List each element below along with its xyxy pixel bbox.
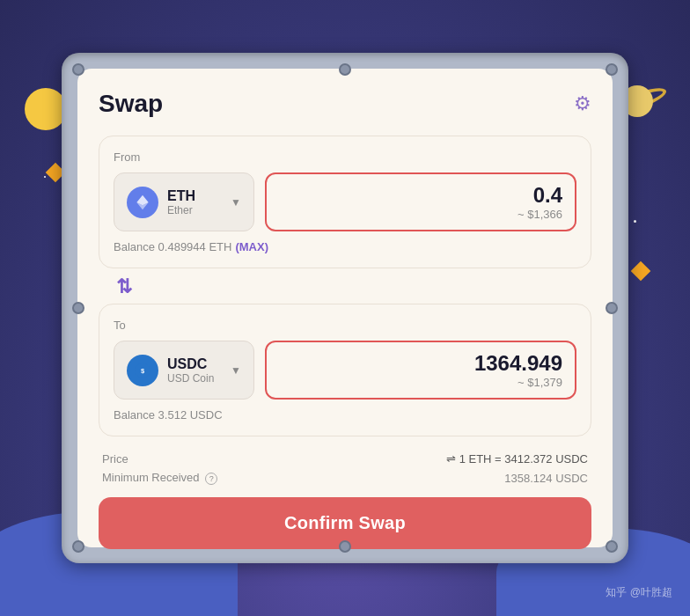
from-amount-value: 0.4 <box>533 183 562 208</box>
min-received-row: Minimum Received ? 1358.124 USDC <box>99 469 591 487</box>
from-label: From <box>114 150 576 164</box>
usdc-icon: $ <box>127 355 158 386</box>
from-balance-text: Balance 0.489944 ETH <box>114 240 231 253</box>
to-amount-box[interactable]: 1364.949 ~ $1,379 <box>265 341 576 400</box>
to-chevron-icon: ▼ <box>231 364 241 377</box>
card-header: Swap ⚙ <box>99 90 591 118</box>
bolt-middle-right <box>606 302 618 314</box>
swap-card: Swap ⚙ From ETH Ether <box>77 69 613 547</box>
eth-icon <box>127 187 158 218</box>
bolt-top-right <box>606 63 618 76</box>
price-info-row: Price ⇌ 1 ETH = 3412.372 USDC <box>99 444 591 469</box>
to-balance-text: Balance 3.512 USDC <box>114 408 223 422</box>
from-token-name: Ether <box>167 204 222 216</box>
from-chevron-icon: ▼ <box>231 196 241 209</box>
from-section: From ETH Ether ▼ 0.4 <box>99 136 591 268</box>
bolt-top-middle <box>339 63 351 76</box>
settings-icon[interactable]: ⚙ <box>574 92 591 115</box>
bolt-bottom-middle <box>339 540 351 553</box>
min-received-value: 1358.124 USDC <box>504 472 588 485</box>
bolt-middle-left <box>72 302 84 314</box>
sun-decoration <box>25 88 67 130</box>
to-amount-usd: ~ $1,379 <box>518 376 562 389</box>
to-token-name: USD Coin <box>167 372 222 385</box>
bolt-bottom-right <box>606 540 618 553</box>
price-label: Price <box>102 452 128 466</box>
swap-direction-icon[interactable]: ⇅ <box>116 275 132 298</box>
bolt-bottom-left <box>72 540 84 553</box>
from-amount-box[interactable]: 0.4 ~ $1,366 <box>265 172 576 231</box>
to-label: To <box>114 319 576 332</box>
from-token-selector[interactable]: ETH Ether ▼ <box>114 172 254 231</box>
to-token-selector[interactable]: $ USDC USD Coin ▼ <box>114 341 254 400</box>
info-icon[interactable]: ? <box>205 473 217 485</box>
from-token-info: ETH Ether <box>167 188 222 216</box>
to-section: To $ USDC USD Coin ▼ 13 <box>99 304 591 436</box>
swap-arrow-container: ⇅ <box>99 275 591 298</box>
from-token-symbol: ETH <box>167 188 222 204</box>
to-balance-row: Balance 3.512 USDC <box>114 408 576 422</box>
max-button[interactable]: (MAX) <box>235 240 268 253</box>
watermark: 知乎 @叶胜超 <box>606 585 672 600</box>
from-token-row: ETH Ether ▼ 0.4 ~ $1,366 <box>114 172 576 231</box>
to-amount-value: 1364.949 <box>474 351 562 376</box>
star <box>634 220 636 223</box>
bolt-top-left <box>72 63 84 76</box>
to-token-row: $ USDC USD Coin ▼ 1364.949 ~ $1,379 <box>114 341 576 400</box>
star <box>44 176 46 178</box>
panel-frame: Swap ⚙ From ETH Ether <box>62 53 628 563</box>
to-token-info: USDC USD Coin <box>167 356 222 385</box>
price-value: ⇌ 1 ETH = 3412.372 USDC <box>446 452 588 466</box>
from-amount-usd: ~ $1,366 <box>518 208 562 221</box>
page-title: Swap <box>99 90 163 118</box>
min-received-label: Minimum Received ? <box>102 471 217 485</box>
from-balance-row: Balance 0.489944 ETH (MAX) <box>114 240 576 253</box>
to-token-symbol: USDC <box>167 356 222 372</box>
